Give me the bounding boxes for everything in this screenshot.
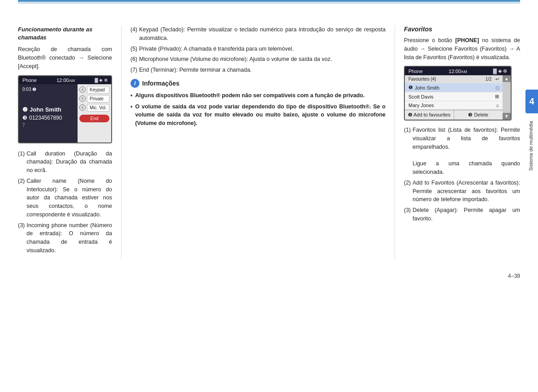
- left-column: Funcionamento durante as chamadas Receçã…: [18, 26, 121, 259]
- info-section: i Informações Alguns dispositivos Blueto…: [130, 79, 386, 128]
- left-intro-text: Receção de chamada com Bluetooth® conect…: [18, 45, 112, 70]
- fav-phone-label: Phone: [408, 69, 423, 74]
- fav-scroll: ▲ ▼: [503, 75, 511, 120]
- fav-actions: ❷ Add to favourites ❸ Delete: [405, 110, 503, 120]
- btn5-badge: 5: [79, 95, 86, 102]
- phone-caller-name: ❷ John Smith: [22, 106, 74, 113]
- right-intro: Pressione o botão [PHONE] no sistema de …: [404, 36, 520, 61]
- list-item: (3) Delete (Apagar): Permite apagar um f…: [404, 206, 520, 223]
- middle-column: (4) Keypad (Teclado): Permite visualizar…: [121, 26, 395, 259]
- info-bullet-list: Alguns dispositivos Bluetooth® podem não…: [130, 91, 386, 128]
- end-btn[interactable]: End: [79, 115, 109, 122]
- phone-time: 12:00AM: [56, 78, 75, 83]
- mic-vol-btn[interactable]: Mic. Vol.: [87, 104, 109, 112]
- middle-list: (4) Keypad (Teclado): Permite visualizar…: [130, 26, 386, 74]
- phone-status-icons: ▓ ◈ ⊕: [95, 78, 108, 82]
- scroll-up-btn[interactable]: ▲: [503, 75, 511, 82]
- phone-label: Phone: [22, 78, 37, 83]
- fav-title: Favourites (4): [408, 77, 436, 82]
- list-item: (2) Caller name (Nome do Interlocutor): …: [18, 177, 112, 219]
- btn6-badge: 6: [79, 104, 86, 111]
- info-title-text: Informações: [142, 80, 179, 87]
- phone-duration: 0:03 ❶: [22, 87, 74, 92]
- fav-phone-time: 12:00AM: [449, 69, 467, 74]
- add-to-fav-btn[interactable]: ❷ Add to favourites: [405, 110, 454, 120]
- bullet-item: O volume de saída da voz pode variar dep…: [130, 103, 386, 128]
- right-list: (1) Favoritos list (Lista de favoritos):…: [404, 126, 520, 223]
- right-column: Favoritos Pressione o botão [PHONE] no s…: [395, 26, 520, 259]
- scroll-down-btn[interactable]: ▼: [503, 113, 511, 120]
- list-item: (1) Call duration (Duração da chamada): …: [18, 150, 112, 175]
- private-btn[interactable]: Private: [87, 95, 109, 103]
- fav-contact-john[interactable]: ❶ John Smith □: [405, 83, 503, 92]
- fav-contact-scott[interactable]: Scott Davis ⊞: [405, 92, 503, 101]
- list-item: (3) Incoming phone number (Número de ent…: [18, 221, 112, 255]
- chapter-label: Sistema de multimédia: [525, 116, 538, 175]
- info-title: i Informações: [130, 79, 386, 88]
- fav-status-icons: ▓ ◈ ⊕: [493, 68, 507, 74]
- phone-ui-calls: Phone 12:00AM ▓ ◈ ⊕ 0:03 ❶ ❷ John Smith: [18, 75, 112, 143]
- second-accent-line: [18, 3, 520, 3]
- fav-phone-header: Phone 12:00AM ▓ ◈ ⊕: [405, 67, 511, 75]
- phone-body-split: 0:03 ❶ ❷ John Smith ❸ 01234567890 7: [19, 84, 111, 142]
- contact2-icon: ⊞: [495, 94, 499, 99]
- delete-btn[interactable]: ❸ Delete: [454, 110, 503, 120]
- contact3-icon: ⌂: [496, 103, 499, 108]
- list-item: (6) Microphone Volume (Volume do microfo…: [130, 55, 386, 64]
- fav-contact-mary[interactable]: Mary Jones ⌂: [405, 101, 503, 110]
- list-item: (4) Keypad (Teclado): Permite visualizar…: [130, 26, 386, 43]
- phone-number: ❸ 01234567890: [22, 115, 74, 121]
- fav-body: Favourites (4) 1/2 ↩ ❶ John Smith □: [405, 75, 511, 120]
- phone-header: Phone 12:00AM ▓ ◈ ⊕: [19, 76, 111, 84]
- page-number: 4−39: [0, 268, 538, 284]
- contact1-icon: □: [496, 85, 499, 90]
- fav-header-row: Favourites (4) 1/2 ↩: [405, 75, 503, 83]
- info-icon: i: [130, 79, 139, 88]
- list-item: (7) End (Terminar): Permite terminar a c…: [130, 66, 386, 74]
- list-item: (5) Private (Privado): A chamada é trans…: [130, 45, 386, 53]
- phone-left-panel: 0:03 ❶ ❷ John Smith ❸ 01234567890 7: [19, 84, 78, 142]
- section-title-left: Funcionamento durante as chamadas: [18, 26, 112, 42]
- chapter-number-tab: 4: [525, 90, 538, 113]
- fav-phone-ui: Phone 12:00AM ▓ ◈ ⊕ Favourites (4) 1/2 ↩: [404, 66, 512, 121]
- top-accent-line: [18, 0, 520, 2]
- section-title-right: Favoritos: [404, 26, 520, 33]
- fav-contacts-panel: Favourites (4) 1/2 ↩ ❶ John Smith □: [405, 75, 503, 120]
- btn4-badge: 4: [79, 86, 86, 93]
- list-item: (2) Add to Favoritos (Acrescentar a favo…: [404, 179, 520, 204]
- back-btn[interactable]: ↩: [495, 77, 499, 82]
- phone-right-panel: 4 Keypad 5 Private 6 Mic. Vol. End: [78, 84, 111, 142]
- list-item: (1) Favoritos list (Lista de favoritos):…: [404, 126, 520, 177]
- left-list: (1) Call duration (Duração da chamada): …: [18, 150, 112, 255]
- keypad-btn[interactable]: Keypad: [87, 86, 109, 94]
- bullet-item: Alguns dispositivos Bluetooth® podem não…: [130, 91, 386, 100]
